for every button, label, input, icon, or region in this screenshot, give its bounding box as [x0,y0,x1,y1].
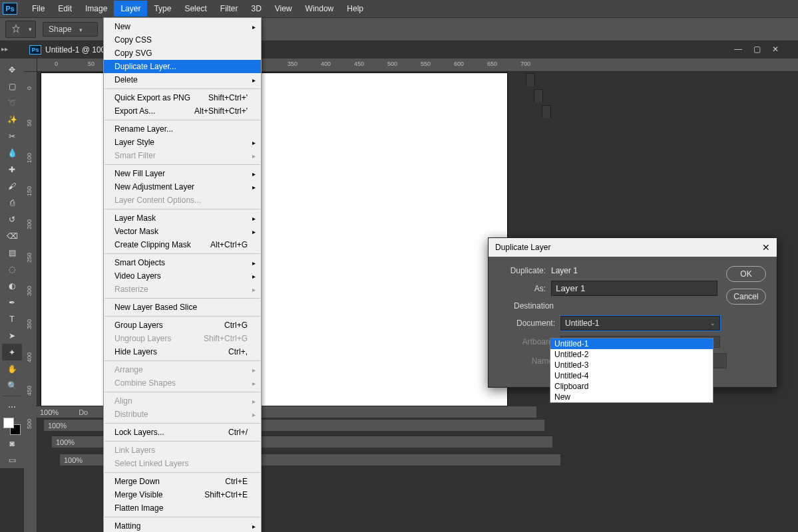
tool-pen[interactable]: ✒ [2,294,22,311]
menu-item-shortcut: Shift+Ctrl+' [208,93,248,102]
dropdown-option[interactable]: Untitled-2 [550,349,713,360]
cancel-button[interactable]: Cancel [726,289,766,305]
tool-lasso[interactable]: ➰ [2,94,22,111]
menubar-item-window[interactable]: Window [299,1,341,17]
doc-info[interactable]: Do [79,408,88,416]
zoom-level[interactable]: 100% [64,456,83,464]
screen-mode-button[interactable]: ▭ [2,452,22,468]
foreground-background-swatch[interactable] [3,418,21,435]
menubar-item-type[interactable]: Type [147,1,178,17]
menu-item-shortcut: Ctrl+G [224,321,248,330]
menu-item-layer-style[interactable]: Layer Style▸ [104,136,261,149]
menu-item-copy-svg[interactable]: Copy SVG [104,47,261,60]
tool-eraser[interactable]: ⌫ [2,227,22,244]
zoom-level[interactable]: 100% [48,422,67,430]
dropdown-option[interactable]: Untitled-4 [550,370,713,381]
dialog-titlebar[interactable]: Duplicate Layer ✕ [489,238,777,257]
menu-item-copy-css[interactable]: Copy CSS [104,33,261,47]
menu-item-smart-objects[interactable]: Smart Objects▸ [104,256,261,269]
menu-item-quick-export-as-png[interactable]: Quick Export as PNGShift+Ctrl+' [104,91,261,104]
tool-hand[interactable]: ✋ [2,360,22,377]
dropdown-option[interactable]: Untitled-3 [550,360,713,370]
menubar-item-view[interactable]: View [268,1,299,17]
menubar-item-3d[interactable]: 3D [244,1,268,17]
menu-item-new[interactable]: New▸ [104,20,261,33]
close-icon[interactable]: ✕ [762,242,770,253]
menu-item-merge-down[interactable]: Merge DownCtrl+E [104,475,261,488]
as-input[interactable] [551,281,717,296]
menubar-item-filter[interactable]: Filter [214,1,245,17]
menubar-item-file[interactable]: File [25,1,51,17]
menu-item-new-adjustment-layer[interactable]: New Adjustment Layer▸ [104,180,261,194]
menu-item-new-layer-based-slice[interactable]: New Layer Based Slice [104,301,261,314]
tool-brush[interactable]: 🖌 [2,178,22,194]
tool-path-select[interactable]: ➤ [2,327,22,344]
maximize-button[interactable]: ▢ [750,44,763,55]
menu-item-layer-mask[interactable]: Layer Mask▸ [104,211,261,225]
tool-blur[interactable]: ◌ [2,261,22,277]
menu-item-delete[interactable]: Delete▸ [104,73,261,86]
ruler-mark: 300 [26,286,33,296]
tool-dodge[interactable]: ◐ [2,277,22,294]
menu-item-export-as[interactable]: Export As...Alt+Shift+Ctrl+' [104,104,261,118]
menu-item-matting[interactable]: Matting▸ [104,519,261,532]
edit-toolbar-button[interactable]: ⋯ [2,398,22,415]
tool-marquee[interactable]: ▢ [2,78,22,94]
tool-gradient[interactable]: ▤ [2,244,22,261]
menubar-item-layer[interactable]: Layer [114,1,147,17]
tool-magic-wand[interactable]: ✨ [2,111,22,128]
menu-item-new-fill-layer[interactable]: New Fill Layer▸ [104,167,261,180]
document-dropdown-list[interactable]: Untitled-1Untitled-2Untitled-3Untitled-4… [550,338,713,403]
menu-item-combine-shapes: Combine Shapes▸ [104,376,261,390]
menu-item-hide-layers[interactable]: Hide LayersCtrl+, [104,345,261,358]
menu-item-merge-visible[interactable]: Merge VisibleShift+Ctrl+E [104,488,261,501]
tool-move[interactable]: ✥ [2,61,22,78]
stacked-doc-tab[interactable] [542,105,551,118]
menu-item-rasterize: Rasterize▸ [104,283,261,296]
tool-custom-shape[interactable]: ✦ [2,344,22,360]
dropdown-option[interactable]: Clipboard [550,381,713,392]
stacked-doc-tab[interactable] [526,73,535,86]
menu-item-label: Arrange [114,365,143,374]
zoom-level[interactable]: 100% [40,408,59,416]
menu-item-group-layers[interactable]: Group LayersCtrl+G [104,319,261,332]
menu-item-video-layers[interactable]: Video Layers▸ [104,269,261,283]
document-tab-title[interactable]: Untitled-1 @ 100 [45,45,105,55]
tool-history-brush[interactable]: ↺ [2,211,22,227]
menu-item-rename-layer[interactable]: Rename Layer... [104,122,261,136]
menu-item-label: Merge Visible [114,490,162,499]
tool-stamp[interactable]: ⎙ [2,194,22,211]
submenu-arrow-icon: ▸ [252,523,256,530]
menu-item-label: Copy CSS [114,35,152,45]
zoom-level[interactable]: 100% [56,438,75,446]
tool-healing[interactable]: ✚ [2,161,22,178]
dropdown-option[interactable]: Untitled-1 [550,338,713,349]
menubar-item-help[interactable]: Help [340,1,370,17]
menu-item-flatten-image[interactable]: Flatten Image [104,501,261,515]
close-button[interactable]: ✕ [769,44,782,55]
tool-preset-picker[interactable]: ▾ [5,21,36,38]
menu-item-lock-layers[interactable]: Lock Layers...Ctrl+/ [104,426,261,439]
menu-separator [104,253,260,254]
menu-separator [104,517,260,517]
panel-toggle-icon[interactable]: ▸▸ [1,45,8,53]
tool-type[interactable]: T [2,311,22,327]
menu-item-duplicate-layer[interactable]: Duplicate Layer... [104,60,261,73]
tool-zoom[interactable]: 🔍 [2,377,22,394]
menu-item-create-clipping-mask[interactable]: Create Clipping MaskAlt+Ctrl+G [104,238,261,251]
shape-mode-select[interactable]: Shape ▾ [43,22,98,37]
tool-crop[interactable]: ✂ [2,128,22,144]
duplicate-value: Layer 1 [551,266,578,275]
menu-item-vector-mask[interactable]: Vector Mask▸ [104,225,261,238]
document-select[interactable]: Untitled-1 ⌄ [560,316,720,331]
ok-button[interactable]: OK [726,266,766,282]
menubar-item-select[interactable]: Select [178,1,213,17]
menubar-item-image[interactable]: Image [79,1,114,17]
menu-item-shortcut: Shift+Ctrl+E [204,490,248,499]
minimize-button[interactable]: — [731,44,745,55]
tool-eyedropper[interactable]: 💧 [2,144,22,161]
stacked-doc-tab[interactable] [534,89,543,102]
dropdown-option[interactable]: New [550,392,713,402]
quick-mask-button[interactable]: ◙ [2,435,22,452]
menubar-item-edit[interactable]: Edit [51,1,79,17]
